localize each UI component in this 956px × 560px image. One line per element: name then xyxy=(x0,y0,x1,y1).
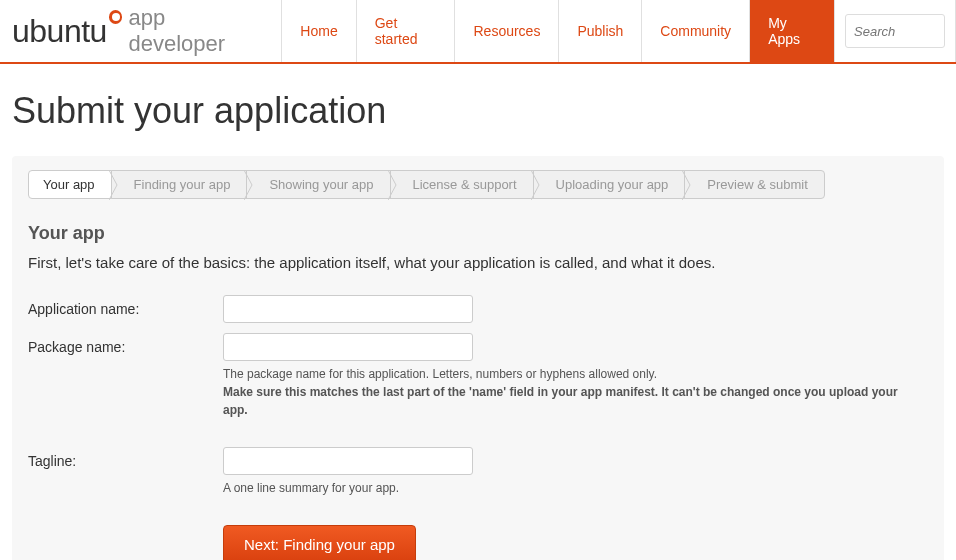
help-package-name: The package name for this application. L… xyxy=(223,365,923,419)
search-input[interactable] xyxy=(845,14,945,48)
field-package-name: The package name for this application. L… xyxy=(223,333,928,419)
package-name-input[interactable] xyxy=(223,333,473,361)
label-package-name: Package name: xyxy=(28,333,223,355)
field-app-name xyxy=(223,295,928,323)
main-content: Submit your application Your app Finding… xyxy=(0,64,956,560)
nav-community[interactable]: Community xyxy=(641,0,749,62)
logo[interactable]: ubuntu app developer xyxy=(0,0,281,62)
field-tagline: A one line summary for your app. xyxy=(223,447,928,497)
nav-my-apps[interactable]: My Apps xyxy=(749,0,834,62)
steps-breadcrumb: Your app Finding your app Showing your a… xyxy=(28,170,928,199)
next-button[interactable]: Next: Finding your app xyxy=(223,525,416,560)
step-license[interactable]: License & support xyxy=(390,170,534,199)
tagline-input[interactable] xyxy=(223,447,473,475)
row-app-name: Application name: xyxy=(28,295,928,323)
logo-text: ubuntu xyxy=(12,13,107,50)
nav-resources[interactable]: Resources xyxy=(454,0,558,62)
step-showing[interactable]: Showing your app xyxy=(246,170,390,199)
nav-home[interactable]: Home xyxy=(281,0,355,62)
row-tagline: Tagline: A one line summary for your app… xyxy=(28,447,928,497)
logo-subtitle: app developer xyxy=(128,5,263,57)
nav-publish[interactable]: Publish xyxy=(558,0,641,62)
ubuntu-circle-icon xyxy=(109,10,123,24)
step-preview[interactable]: Preview & submit xyxy=(684,170,824,199)
main-nav: Home Get started Resources Publish Commu… xyxy=(281,0,956,62)
header: ubuntu app developer Home Get started Re… xyxy=(0,0,956,64)
page-title: Submit your application xyxy=(12,90,944,132)
section-description: First, let's take care of the basics: th… xyxy=(28,254,928,271)
search-container xyxy=(834,0,956,62)
form-actions: Next: Finding your app xyxy=(223,507,928,560)
form-panel: Your app Finding your app Showing your a… xyxy=(12,156,944,560)
app-name-input[interactable] xyxy=(223,295,473,323)
nav-get-started[interactable]: Get started xyxy=(356,0,455,62)
step-your-app[interactable]: Your app xyxy=(28,170,112,199)
step-uploading[interactable]: Uploading your app xyxy=(533,170,686,199)
help-tagline: A one line summary for your app. xyxy=(223,479,923,497)
label-tagline: Tagline: xyxy=(28,447,223,469)
row-package-name: Package name: The package name for this … xyxy=(28,333,928,419)
label-app-name: Application name: xyxy=(28,295,223,317)
section-title: Your app xyxy=(28,223,928,244)
step-finding[interactable]: Finding your app xyxy=(111,170,248,199)
